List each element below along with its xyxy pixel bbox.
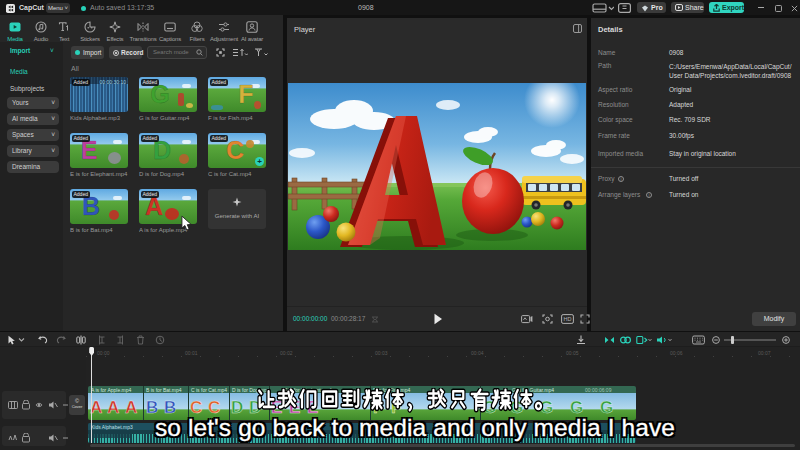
svg-text:HD: HD — [564, 316, 572, 322]
